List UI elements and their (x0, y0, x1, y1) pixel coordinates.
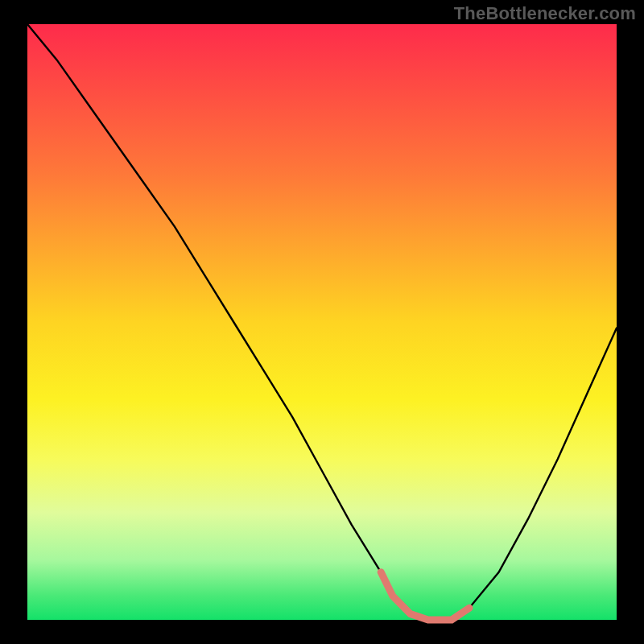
chart-frame: TheBottlenecker.com (0, 0, 644, 644)
plot-background (27, 24, 617, 620)
bottleneck-chart (0, 0, 644, 644)
watermark-text: TheBottlenecker.com (454, 3, 636, 24)
